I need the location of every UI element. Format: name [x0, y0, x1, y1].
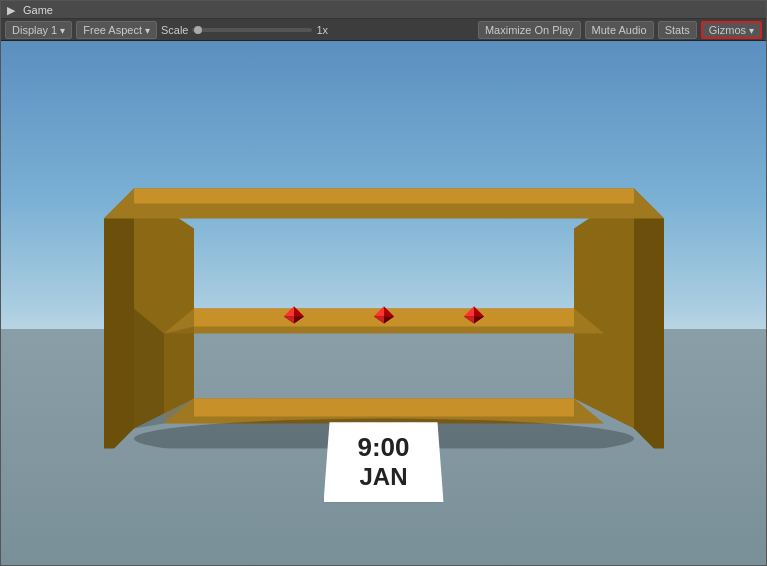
gizmos-label: Gizmos [709, 24, 746, 36]
game-viewport: 9:00 JAN [1, 41, 766, 565]
scale-value: 1x [316, 24, 328, 36]
window-title: Game [23, 4, 53, 16]
game-icon: ▶ [7, 4, 19, 16]
gizmos-chevron-icon [749, 24, 754, 36]
svg-marker-1 [104, 189, 134, 449]
aspect-label: Free Aspect [83, 24, 142, 36]
stats-label: Stats [665, 24, 690, 36]
scale-thumb [194, 26, 202, 34]
display-selector[interactable]: Display 1 [5, 21, 72, 39]
mute-button[interactable]: Mute Audio [585, 21, 654, 39]
svg-marker-5 [134, 189, 634, 204]
stats-button[interactable]: Stats [658, 21, 697, 39]
scale-slider[interactable] [192, 28, 312, 32]
time-card: 9:00 JAN [324, 422, 444, 502]
svg-marker-2 [574, 189, 634, 429]
aspect-chevron-icon [145, 24, 150, 36]
maximize-label: Maximize On Play [485, 24, 574, 36]
shelf [74, 169, 694, 449]
display-label: Display 1 [12, 24, 57, 36]
scale-label: Scale [161, 24, 189, 36]
maximize-button[interactable]: Maximize On Play [478, 21, 581, 39]
svg-marker-3 [634, 189, 664, 449]
display-chevron-icon [60, 24, 65, 36]
toolbar: Display 1 Free Aspect Scale 1x Maximize … [1, 19, 766, 41]
aspect-selector[interactable]: Free Aspect [76, 21, 157, 39]
time-display: 9:00 [354, 432, 414, 463]
title-bar: ▶ Game [1, 1, 766, 19]
mute-label: Mute Audio [592, 24, 647, 36]
shelf-svg [74, 169, 694, 449]
gizmos-button[interactable]: Gizmos [701, 21, 762, 39]
scale-control: Scale 1x [161, 24, 328, 36]
game-window: ▶ Game Display 1 Free Aspect Scale 1x Ma… [0, 0, 767, 566]
month-display: JAN [354, 463, 414, 492]
svg-marker-9 [194, 399, 574, 417]
